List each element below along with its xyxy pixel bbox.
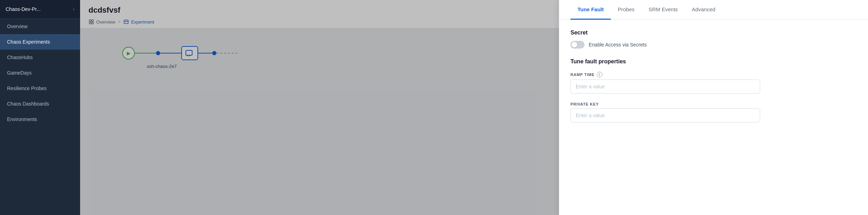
tab-tune-fault[interactable]: Tune Fault (570, 0, 611, 20)
sidebar-item-chaos-experiments[interactable]: Chaos Experiments (0, 34, 80, 50)
tab-advanced[interactable]: Advanced (685, 0, 723, 20)
sidebar-project-name: Chaos-Dev-Pr... (6, 6, 41, 12)
secret-section-title: Secret (570, 30, 857, 36)
sidebar-item-overview[interactable]: Overview (0, 19, 80, 34)
right-panel: Tune Fault Probes SRM Events Advanced Se… (559, 0, 868, 215)
sidebar-item-environments[interactable]: Environments (0, 112, 80, 127)
tab-srm-events[interactable]: SRM Events (641, 0, 685, 20)
enable-access-toggle[interactable] (570, 41, 585, 49)
sidebar-item-chaoshubs[interactable]: ChaosHubs (0, 50, 80, 65)
panel-content: Secret Enable Access via Secrets Tune fa… (559, 20, 868, 215)
toggle-row: Enable Access via Secrets (570, 41, 857, 49)
panel-overlay[interactable] (80, 0, 559, 215)
ramp-time-info-icon[interactable]: i (597, 72, 602, 77)
ramp-time-field-group: RAMP TIME i (570, 72, 857, 94)
private-key-input[interactable] (570, 108, 760, 122)
ramp-time-label: RAMP TIME i (570, 72, 857, 77)
private-key-label: PRIVATE KEY (570, 102, 857, 106)
tabs-container: Tune Fault Probes SRM Events Advanced (559, 0, 868, 20)
sidebar-item-gamedays[interactable]: GameDays (0, 65, 80, 81)
sidebar: Chaos-Dev-Pr... › Overview Chaos Experim… (0, 0, 80, 215)
toggle-label: Enable Access via Secrets (589, 42, 647, 48)
sidebar-item-chaos-dashboards[interactable]: Chaos Dashboards (0, 96, 80, 112)
sidebar-header[interactable]: Chaos-Dev-Pr... › (0, 0, 80, 19)
tab-probes[interactable]: Probes (611, 0, 642, 20)
sidebar-item-resilience-probes[interactable]: Resilience Probes (0, 81, 80, 96)
main-content: dcdsfvsf Overview > Experiment (80, 0, 868, 215)
ramp-time-input[interactable] (570, 80, 760, 94)
tune-properties-title: Tune fault properties (570, 58, 857, 65)
private-key-field-group: PRIVATE KEY (570, 102, 857, 122)
chevron-right-icon: › (73, 7, 74, 12)
